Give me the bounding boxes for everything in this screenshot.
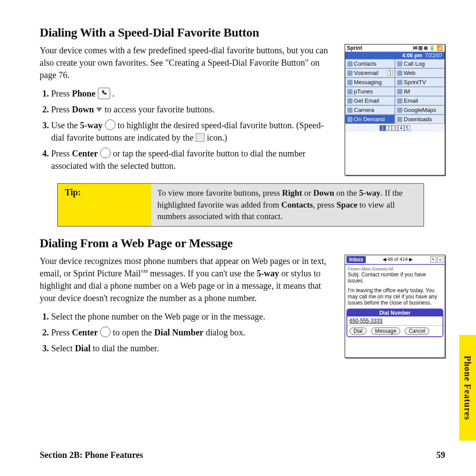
fav-call-log[interactable]: Call Log: [395, 59, 445, 68]
step-web-1: Select the phone number on the Web page …: [51, 310, 332, 323]
message-button[interactable]: Message: [371, 327, 401, 335]
fav-camera[interactable]: Camera: [345, 105, 395, 115]
fav-googlemaps[interactable]: GoogleMaps: [395, 105, 445, 115]
step-2: Press Down to access your favorite butto…: [51, 103, 332, 115]
dial-dialog-number[interactable]: 650-555-3333: [347, 316, 443, 326]
calllog-icon: [397, 61, 402, 67]
heading-web-dial: Dialing From a Web Page or Message: [40, 236, 445, 250]
side-tab: Phone Features: [459, 335, 476, 441]
down-arrow-icon: [96, 108, 102, 112]
fav-downloads[interactable]: Downloads: [395, 115, 445, 124]
step-3: Use the 5-way to highlight the desired s…: [51, 119, 332, 144]
fav-sprinttv[interactable]: SprintTV: [395, 78, 445, 87]
fav-email[interactable]: Email: [395, 96, 445, 105]
five-way-icon: [105, 119, 115, 130]
status-date: 7/22/07: [425, 52, 443, 59]
email-icon: [397, 98, 402, 104]
ptunes-icon: [347, 89, 353, 94]
dial-dialog-title: Dial Number: [347, 309, 443, 316]
speed-dial-indicator-icon: [196, 133, 205, 142]
phone-key-icon: [98, 88, 110, 99]
step-1: Press Phone .: [51, 87, 332, 100]
im-icon: [397, 89, 402, 94]
web-icon: [397, 71, 402, 76]
msg-body: I'm leaving the office early today. You …: [348, 287, 442, 306]
fav-on-demand[interactable]: On Demand: [345, 115, 395, 124]
fav-ptunes[interactable]: pTunes: [345, 87, 395, 96]
dial-number-screenshot: Inbox ◀ 48 of 414 ▶ ✎≡ From: Mar, Connie…: [345, 255, 445, 358]
dial-button[interactable]: Dial: [350, 327, 367, 335]
center-key-icon: [100, 327, 111, 337]
message-nav-icons[interactable]: ✎≡: [429, 256, 443, 263]
step-4: Press Center or tap the speed-dial favor…: [51, 147, 332, 172]
center-key-icon: [100, 148, 111, 158]
edit-icon[interactable]: ✎: [430, 257, 436, 263]
favorites-pager[interactable]: 12345: [345, 124, 445, 132]
menu-icon[interactable]: ≡: [437, 257, 443, 263]
cancel-button[interactable]: Cancel: [405, 327, 429, 335]
favorites-grid: Contacts Call Log Voicemail1 Web Messagi…: [345, 59, 445, 124]
fav-web[interactable]: Web: [395, 68, 445, 78]
page-footer: Section 2B: Phone Features 59: [40, 450, 445, 460]
msg-subject: Subj: Contact number if you have issues: [348, 271, 442, 284]
fav-contacts[interactable]: Contacts: [345, 59, 395, 68]
downloads-icon: [397, 117, 402, 122]
voicemail-icon: [347, 71, 353, 76]
status-time: 4:06 pm: [402, 52, 422, 59]
camera-icon: [347, 108, 353, 113]
msg-from: From: Mar, Connie M: [348, 266, 442, 271]
intro-speed-dial: Your device comes with a few predefined …: [40, 44, 332, 81]
fav-messaging[interactable]: Messaging: [345, 78, 395, 87]
tip-text: To view more favorite buttons, press Rig…: [151, 184, 424, 226]
getemail-icon: [347, 98, 353, 104]
footer-page-number: 59: [436, 450, 445, 460]
heading-speed-dial: Dialing With a Speed-Dial Favorite Butto…: [40, 26, 445, 40]
fav-voicemail[interactable]: Voicemail1: [345, 68, 395, 78]
sprinttv-icon: [397, 80, 402, 85]
dial-number-dialog: Dial Number 650-555-3333 Dial Message Ca…: [346, 309, 443, 337]
step-web-2: Press Center to open the Dial Number dia…: [51, 326, 332, 338]
steps-web-dial: Select the phone number on the Web page …: [40, 310, 332, 354]
message-counter: ◀ 48 of 414 ▶: [383, 257, 413, 262]
carrier-label: Sprint: [347, 45, 362, 51]
maps-icon: [397, 108, 402, 113]
footer-section: Section 2B: Phone Features: [40, 450, 143, 460]
favorites-screenshot: Sprint ✉⊞⊕🔋📶 4:06 pm7/22/07 Contacts Cal…: [345, 44, 445, 175]
tip-box: Tip: To view more favorite buttons, pres…: [57, 183, 424, 227]
status-icons: ✉⊞⊕🔋📶: [412, 45, 443, 51]
ondemand-icon: [347, 117, 353, 122]
contacts-icon: [347, 61, 353, 67]
fav-im[interactable]: IM: [395, 87, 445, 96]
fav-get-email[interactable]: Get Email: [345, 96, 395, 105]
tip-label: Tip:: [58, 184, 151, 226]
intro-web-dial: Your device recognizes most phone number…: [40, 255, 332, 304]
inbox-dropdown[interactable]: Inbox: [346, 256, 366, 263]
steps-speed-dial: Press Phone . Press Down to access your …: [40, 87, 332, 172]
step-web-3: Select Dial to dial the number.: [51, 342, 332, 354]
messaging-icon: [347, 80, 353, 85]
